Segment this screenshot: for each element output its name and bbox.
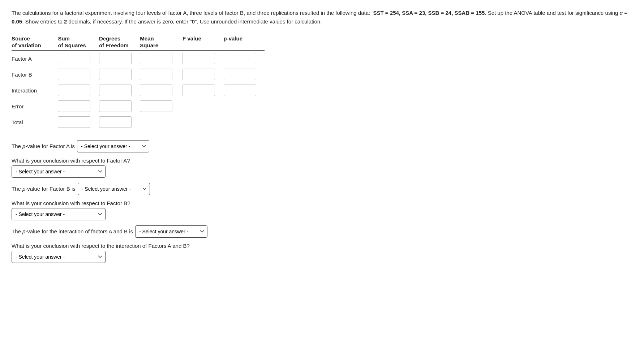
input-ms-2[interactable] <box>140 85 172 96</box>
row-p-4 <box>224 114 265 130</box>
input-df-0[interactable] <box>99 53 132 64</box>
th-mean-line2: Square <box>140 42 183 50</box>
row-df-3 <box>99 98 140 114</box>
table-row: Interaction <box>12 82 265 98</box>
input-df-2[interactable] <box>99 85 132 96</box>
th-deg-line1: Degrees <box>99 35 140 42</box>
row-f-0 <box>183 50 223 66</box>
input-df-4[interactable] <box>99 116 132 128</box>
input-ms-3[interactable] <box>140 100 172 112</box>
intro-text: The calculations for a factorial experim… <box>12 9 632 26</box>
row-f-2 <box>183 82 223 98</box>
qa-factor-b-conclusion: What is your conclusion with respect to … <box>12 200 632 220</box>
row-df-2 <box>99 82 140 98</box>
th-p-value: p-value <box>224 35 265 42</box>
th-source-line1: Source <box>12 35 58 42</box>
row-source-4: Total <box>12 114 58 130</box>
row-p-0 <box>224 50 265 66</box>
q2-label: The p-value for Factor B is <box>12 185 76 193</box>
interaction-conclusion-select[interactable]: - Select your answer - Interaction is si… <box>12 251 106 263</box>
q3-conclusion-label: What is your conclusion with respect to … <box>12 243 632 249</box>
row-f-1 <box>183 66 223 82</box>
row-df-0 <box>99 50 140 66</box>
th-f-placeholder <box>183 42 223 50</box>
input-ms-1[interactable] <box>140 69 172 80</box>
factor-a-pvalue-select[interactable]: - Select your answer - less than .01 bet… <box>77 140 149 152</box>
row-source-3: Error <box>12 98 58 114</box>
row-ss-1 <box>58 66 99 82</box>
input-f-0[interactable] <box>183 53 215 64</box>
q1-label: The p-value for Factor A is <box>12 142 75 151</box>
qa-interaction-conclusion: What is your conclusion with respect to … <box>12 243 632 263</box>
row-p-3 <box>224 98 265 114</box>
factor-b-conclusion-select[interactable]: - Select your answer - Factor B is signi… <box>12 208 106 220</box>
q3-label: The p-value for the interaction of facto… <box>12 227 133 236</box>
row-ss-2 <box>58 82 99 98</box>
row-df-4 <box>99 114 140 130</box>
row-ms-4 <box>140 114 183 130</box>
interaction-pvalue-select[interactable]: - Select your answer - less than .01 bet… <box>135 225 207 238</box>
row-ms-2 <box>140 82 183 98</box>
qa-factor-b-pvalue: The p-value for Factor B is - Select you… <box>12 183 632 195</box>
input-p-0[interactable] <box>224 53 256 64</box>
row-source-2: Interaction <box>12 82 58 98</box>
anova-table: Source Sum Degrees Mean F value p-value … <box>12 35 265 130</box>
input-ms-0[interactable] <box>140 53 172 64</box>
input-p-2[interactable] <box>224 85 256 96</box>
table-row: Total <box>12 114 265 130</box>
th-f-value: F value <box>183 35 223 42</box>
input-ss-1[interactable] <box>58 69 90 80</box>
q1-conclusion-label: What is your conclusion with respect to … <box>12 157 632 164</box>
th-p-placeholder <box>224 42 265 50</box>
th-source-line2: of Variation <box>12 42 58 50</box>
input-df-1[interactable] <box>99 69 132 80</box>
input-ss-3[interactable] <box>58 100 90 112</box>
input-ss-4[interactable] <box>58 116 90 128</box>
qa-factor-a-pvalue: The p-value for Factor A is - Select you… <box>12 140 632 152</box>
row-ms-1 <box>140 66 183 82</box>
qa-interaction-pvalue: The p-value for the interaction of facto… <box>12 225 632 238</box>
th-deg-line2: of Freedom <box>99 42 140 50</box>
qa-factor-a-conclusion: What is your conclusion with respect to … <box>12 157 632 178</box>
row-source-0: Factor A <box>12 50 58 66</box>
row-ss-0 <box>58 50 99 66</box>
factor-a-conclusion-select[interactable]: - Select your answer - Factor A is signi… <box>12 165 106 178</box>
row-ss-4 <box>58 114 99 130</box>
row-ms-3 <box>140 98 183 114</box>
row-ms-0 <box>140 50 183 66</box>
row-p-1 <box>224 66 265 82</box>
table-row: Error <box>12 98 265 114</box>
input-p-1[interactable] <box>224 69 256 80</box>
table-row: Factor B <box>12 66 265 82</box>
row-ss-3 <box>58 98 99 114</box>
input-f-1[interactable] <box>183 69 215 80</box>
row-f-4 <box>183 114 223 130</box>
th-sum-line2: of Squares <box>58 42 99 50</box>
row-f-3 <box>183 98 223 114</box>
table-row: Factor A <box>12 50 265 66</box>
th-sum-line1: Sum <box>58 35 99 42</box>
input-ss-0[interactable] <box>58 53 90 64</box>
row-source-1: Factor B <box>12 66 58 82</box>
q2-conclusion-label: What is your conclusion with respect to … <box>12 200 632 206</box>
th-mean-line1: Mean <box>140 35 183 42</box>
input-ss-2[interactable] <box>58 85 90 96</box>
factor-b-pvalue-select[interactable]: - Select your answer - less than .01 bet… <box>78 183 150 195</box>
row-df-1 <box>99 66 140 82</box>
input-df-3[interactable] <box>99 100 132 112</box>
input-f-2[interactable] <box>183 85 215 96</box>
row-p-2 <box>224 82 265 98</box>
